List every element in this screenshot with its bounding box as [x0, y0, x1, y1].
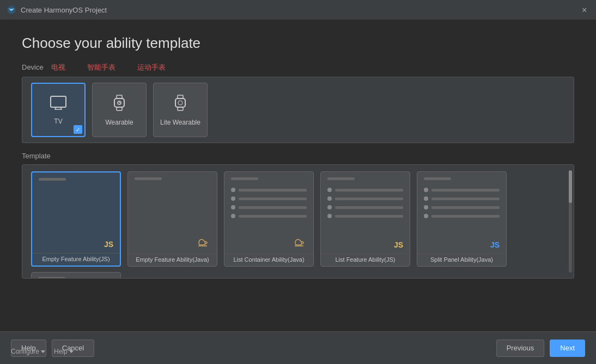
svg-point-14 — [178, 101, 183, 105]
device-card-tv-label: TV — [54, 118, 62, 125]
device-tab-smartwatch[interactable]: 智能手表 — [87, 63, 115, 71]
header-bar-5 — [424, 177, 451, 180]
list-lines-2 — [327, 188, 403, 218]
title-bar-left: Create HarmonyOS Project — [7, 5, 107, 15]
scrollbar-track[interactable] — [569, 170, 572, 273]
help-link[interactable]: Help — [54, 348, 74, 355]
template-card-list-feature-js-label: List Feature Ability(JS) — [321, 254, 410, 266]
svg-rect-11 — [175, 98, 185, 107]
template-card-empty-java[interactable]: Empty Feature Ability(Java) — [127, 171, 217, 267]
template-card-empty-java-label: Empty Feature Ability(Java) — [128, 254, 217, 266]
template-card-split-panel-java-label: Split Panel Ability(Java) — [417, 254, 506, 266]
template-card-empty-js[interactable]: JS Empty Feature Ability(JS) — [31, 171, 121, 267]
window-title: Create HarmonyOS Project — [21, 6, 107, 14]
template-partial-card[interactable] — [31, 272, 121, 279]
template-grid: JS Empty Feature Ability(JS) — [31, 171, 565, 267]
java-cup-icon — [195, 234, 210, 249]
device-card-lite-label: Lite Wearable — [160, 119, 200, 126]
list-lines — [231, 188, 307, 218]
template-card-split-panel-java[interactable]: JS Split Panel Ability(Java) — [417, 171, 507, 267]
configure-chevron-icon — [41, 350, 45, 353]
device-grid: TV ✓ Wearable — [22, 77, 574, 143]
js-badge: JS — [104, 240, 113, 249]
header-bar-2 — [135, 177, 162, 180]
template-section-label: Template — [22, 152, 574, 160]
bottom-bar-right: Previous Next — [496, 340, 585, 357]
header-bar-3 — [231, 177, 258, 180]
template-row2 — [31, 272, 565, 279]
bottom-links: Configure Help — [11, 348, 74, 355]
js-badge-2: JS — [394, 240, 403, 249]
template-card-empty-js-inner: JS — [32, 172, 120, 253]
scrollbar-thumb[interactable] — [569, 170, 572, 203]
template-card-list-feature-js[interactable]: JS List Feature Ability(JS) — [320, 171, 410, 267]
tv-checkmark: ✓ — [74, 125, 82, 134]
main-content: Choose your ability template Device 电视 智… — [0, 20, 596, 331]
js-badge-3: JS — [490, 240, 500, 249]
device-card-wearable-label: Wearable — [105, 119, 133, 126]
template-card-empty-js-label: Empty Feature Ability(JS) — [32, 253, 120, 266]
close-button[interactable]: × — [582, 6, 589, 14]
template-card-empty-java-inner — [128, 172, 217, 254]
header-bar — [39, 178, 66, 181]
bottom-bar: Help Cancel Previous Next — [0, 331, 596, 364]
template-card-split-java-inner: JS — [417, 172, 506, 254]
device-card-tv[interactable]: TV ✓ — [31, 83, 86, 137]
device-tab-tv[interactable]: 电视 — [51, 63, 65, 71]
template-card-list-java-inner — [224, 172, 313, 254]
template-card-list-container-java-label: List Container Ability(Java) — [224, 254, 313, 266]
previous-button[interactable]: Previous — [496, 340, 545, 357]
title-bar: Create HarmonyOS Project × — [0, 0, 596, 20]
watch-lite-icon — [174, 94, 187, 115]
svg-rect-1 — [51, 96, 66, 107]
java-cup-icon-2 — [291, 234, 307, 249]
template-grid-wrapper: JS Empty Feature Ability(JS) — [22, 164, 574, 279]
device-card-wearable[interactable]: Wearable — [92, 83, 147, 137]
page-title: Choose your ability template — [22, 35, 574, 52]
tv-icon — [50, 95, 67, 114]
template-card-list-js-inner: JS — [321, 172, 410, 254]
device-tab-sportswatch[interactable]: 运动手表 — [137, 63, 166, 71]
configure-link[interactable]: Configure — [11, 348, 45, 355]
app-logo — [7, 5, 16, 15]
device-section-label: Device 电视 智能手表 运动手表 — [22, 63, 574, 72]
next-button[interactable]: Next — [550, 340, 585, 357]
header-bar-4 — [327, 177, 355, 180]
watch-icon — [113, 94, 126, 115]
list-lines-3 — [424, 188, 500, 218]
device-card-lite-wearable[interactable]: Lite Wearable — [153, 83, 208, 137]
template-card-list-container-java[interactable]: List Container Ability(Java) — [224, 171, 314, 267]
help-chevron-icon — [69, 350, 74, 353]
